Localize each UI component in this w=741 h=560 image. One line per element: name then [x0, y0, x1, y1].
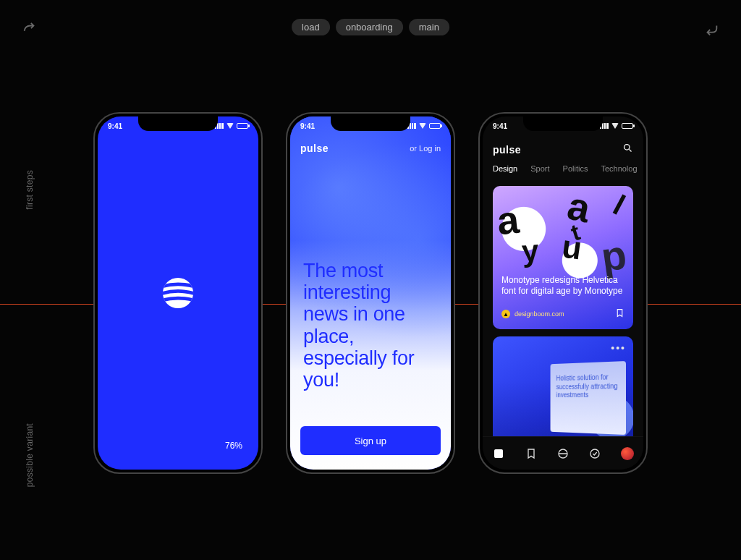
search-icon[interactable] — [622, 143, 633, 156]
panel-text: Holistic solution for successfully attra… — [556, 373, 619, 399]
wifi-icon — [611, 123, 619, 129]
source-favicon-icon: ▲ — [501, 310, 510, 318]
phone-notch — [331, 114, 410, 131]
card-artwork: Holistic solution for successfully attra… — [551, 361, 626, 435]
brand-logo: pulse — [300, 143, 329, 154]
main-screen: 9:41 pulse Design Sport Politics Technol… — [483, 116, 643, 470]
status-time: 9:41 — [108, 122, 122, 130]
phone-notch — [138, 114, 218, 131]
article-source[interactable]: ▲ designboom.com — [501, 310, 564, 318]
onboarding-screen: 9:41 pulse or Log in The most interestin… — [290, 116, 451, 470]
more-icon[interactable]: ••• — [611, 342, 626, 354]
redo-arrow-icon — [22, 22, 38, 41]
avatar-icon — [621, 447, 634, 460]
login-link[interactable]: or Log in — [410, 144, 441, 153]
article-card[interactable]: ••• Holistic solution for successfully a… — [493, 336, 633, 436]
tab-profile-avatar[interactable] — [621, 447, 634, 460]
category-tabs: Design Sport Politics Technolog — [493, 164, 643, 173]
source-name: designboom.com — [515, 310, 564, 318]
tab-done-icon[interactable] — [588, 447, 601, 460]
tab-home-icon[interactable] — [492, 447, 505, 460]
status-icons — [407, 123, 441, 129]
tab-politics[interactable]: Politics — [563, 164, 588, 173]
svg-point-5 — [590, 449, 599, 458]
phone-load: 9:41 76% — [93, 112, 263, 474]
phone-notch — [523, 114, 603, 131]
tab-bookmarks-icon[interactable] — [525, 447, 538, 460]
load-progress: 76% — [225, 441, 242, 451]
tab-explore-icon[interactable] — [556, 447, 569, 460]
svg-rect-3 — [495, 449, 503, 457]
onboarding-headline: The most interesting news in one place, … — [303, 260, 438, 391]
feed[interactable]: aal tyup Monotype redesigns Helvetica fo… — [493, 186, 633, 436]
battery-icon — [429, 123, 441, 129]
phone-onboarding: 9:41 pulse or Log in The most interestin… — [286, 112, 455, 474]
status-icons — [215, 123, 248, 129]
svg-point-2 — [624, 145, 630, 150]
tag-main: main — [409, 19, 449, 35]
bottom-tab-bar — [483, 436, 643, 470]
article-card[interactable]: aal tyup Monotype redesigns Helvetica fo… — [493, 186, 633, 329]
status-icons — [600, 123, 633, 129]
wifi-icon — [226, 123, 234, 129]
brand-logo: pulse — [493, 144, 521, 156]
tab-sport[interactable]: Sport — [530, 164, 549, 173]
app-logo-icon — [161, 276, 195, 310]
tag-onboarding: onboarding — [336, 19, 403, 35]
tab-technology[interactable]: Technolog — [601, 164, 637, 173]
tab-design[interactable]: Design — [493, 164, 517, 173]
return-arrow-icon — [703, 22, 719, 41]
status-time: 9:41 — [493, 122, 507, 130]
tag-load: load — [292, 19, 330, 35]
wifi-icon — [419, 123, 426, 129]
article-title: Monotype redesigns Helvetica font for di… — [501, 275, 624, 297]
battery-icon — [622, 123, 633, 129]
load-screen: 9:41 76% — [98, 116, 258, 470]
status-time: 9:41 — [300, 122, 315, 130]
bookmark-icon[interactable] — [615, 307, 624, 321]
screen-tags: load onboarding main — [292, 19, 449, 35]
phone-main: 9:41 pulse Design Sport Politics Technol… — [478, 112, 648, 474]
signup-button[interactable]: Sign up — [300, 426, 441, 455]
battery-icon — [237, 123, 248, 129]
